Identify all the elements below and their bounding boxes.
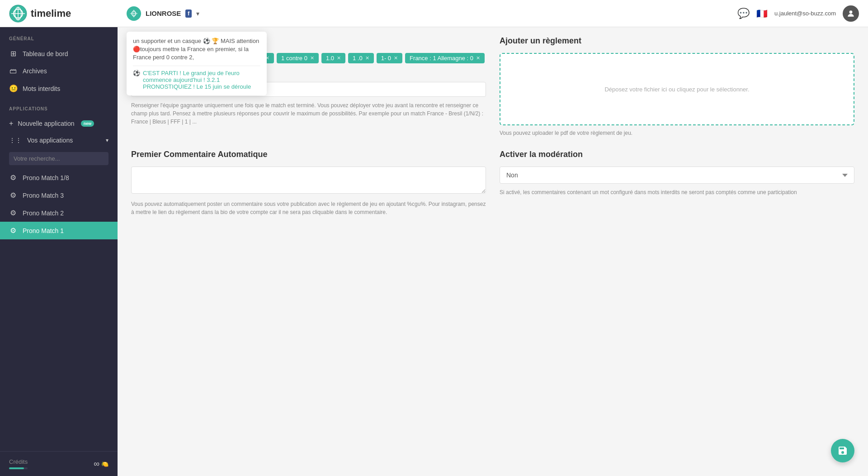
layout: GÉNÉRAL ⊞ Tableau de bord 🗃 Archives 😐 M…	[0, 27, 868, 476]
sidebar-item-label: Tableau de bord	[23, 50, 68, 57]
archives-icon: 🗃	[9, 67, 17, 75]
sidebar-item-prono-match-1[interactable]: ⚙ Prono Match 1	[0, 222, 118, 239]
header-center: LIONROSE f ▾	[127, 6, 737, 21]
page-name: LIONROSE	[146, 10, 181, 17]
moderation-select[interactable]: Non Oui	[500, 167, 854, 184]
credits-icon: 🍋	[101, 461, 108, 467]
sidebar-item-mots-interdits[interactable]: 😐 Mots interdits	[0, 80, 118, 97]
sidebar-bottom: Crédits ∞ 🍋	[0, 451, 118, 476]
tag-label: France : 1 Allemagne : 0	[410, 55, 473, 62]
commentaire-textarea[interactable]	[131, 167, 486, 194]
fab-save-button[interactable]	[831, 439, 854, 462]
sidebar-item-prono-match-3[interactable]: ⚙ Prono Match 3	[0, 186, 118, 204]
tag-1-dot-0[interactable]: 1.0 ✕	[321, 53, 345, 63]
moderation-col: Activer la modération Non Oui Si activé,…	[500, 150, 854, 216]
upload-hint: Vous pouvez uploader le pdf de votre règ…	[500, 130, 854, 136]
tag-1-space-dot-0[interactable]: 1 .0 ✕	[348, 53, 374, 63]
tag-remove[interactable]: ✕	[394, 55, 398, 61]
vos-apps-label: Vos applications	[27, 137, 73, 144]
page-logo-icon	[127, 6, 141, 21]
commentaire-col: Premier Commentaire Automatique Vous pou…	[131, 150, 486, 216]
credits-bar-fill	[9, 467, 24, 469]
form-row-2: Premier Commentaire Automatique Vous pou…	[131, 150, 854, 216]
commentaire-title: Premier Commentaire Automatique	[131, 150, 486, 159]
popup-link-text: C'EST PARTI ! Le grand jeu de l'euro com…	[143, 70, 260, 90]
sidebar-item-label: Mots interdits	[23, 85, 60, 92]
dashboard-icon: ⊞	[9, 49, 17, 58]
popup-card: un supporter et un casque ⚽ 🏆 MAIS atten…	[127, 32, 267, 95]
facebook-icon[interactable]: f	[185, 10, 192, 18]
credits-bar	[9, 467, 28, 469]
logo-text: timelime	[31, 8, 71, 19]
tag-label: 1 .0	[353, 55, 363, 62]
grid-icon: ⋮⋮	[9, 137, 22, 144]
tag-label: 1.0	[326, 55, 334, 62]
credits-label: Crédits	[9, 458, 28, 465]
app-icon: ⚙	[9, 191, 17, 200]
sidebar-item-prono-match-2[interactable]: ⚙ Prono Match 2	[0, 204, 118, 222]
app-icon: ⚙	[9, 226, 17, 235]
language-flag[interactable]: 🇫🇷	[756, 8, 768, 19]
credits-value: ∞	[94, 459, 99, 469]
commentaire-description: Vous pouvez automatiquement poster un co…	[131, 200, 486, 216]
top-header: timelime LIONROSE f ▾ 💬 🇫🇷 u.jaulent@so-…	[0, 0, 868, 27]
sidebar-item-prono-match-1-8[interactable]: ⚙ Prono Match 1/8	[0, 169, 118, 186]
reglement-col: Ajouter un règlement Déposez votre fichi…	[500, 36, 854, 136]
reglement-title: Ajouter un règlement	[500, 36, 854, 46]
user-avatar[interactable]	[843, 5, 859, 22]
new-badge: new	[81, 120, 94, 127]
tag-remove[interactable]: ✕	[337, 55, 341, 61]
tag-france-1-allemagne-0[interactable]: France : 1 Allemagne : 0 ✕	[405, 53, 485, 63]
sidebar-item-label: Prono Match 2	[23, 209, 64, 217]
app-icon: ⚙	[9, 209, 17, 217]
applications-section-label: APPLICATIONS	[0, 97, 118, 115]
search-input[interactable]	[9, 152, 108, 165]
tag-1-minus-space-0[interactable]: 1- 0 ✕	[377, 53, 402, 63]
search-container	[0, 148, 118, 169]
chat-icon[interactable]: 💬	[737, 8, 750, 19]
app-icon: ⚙	[9, 173, 17, 182]
equipe-description: Renseigner l'équipe gagnante uniquement …	[131, 101, 486, 126]
sidebar-item-label: Prono Match 1/8	[23, 174, 69, 181]
vos-applications-toggle[interactable]: ⋮⋮ Vos applications ▾	[0, 132, 118, 148]
popup-text-1: un supporter et un casque ⚽ 🏆 MAIS atten…	[133, 37, 260, 62]
tag-remove[interactable]: ✕	[310, 55, 314, 61]
logo-icon	[9, 5, 27, 23]
tag-1-contre-0[interactable]: 1 contre 0 ✕	[277, 53, 319, 63]
page-dropdown-button[interactable]: ▾	[196, 10, 199, 17]
sidebar-item-label: Prono Match 3	[23, 192, 64, 199]
tag-remove[interactable]: ✕	[365, 55, 369, 61]
sidebar-item-tableau-de-bord[interactable]: ⊞ Tableau de bord	[0, 45, 118, 62]
sidebar: GÉNÉRAL ⊞ Tableau de bord 🗃 Archives 😐 M…	[0, 27, 118, 476]
user-email: u.jaulent@so-buzz.com	[774, 10, 836, 17]
upload-text: Déposez votre fichier ici ou cliquez pou…	[604, 86, 749, 93]
svg-point-10	[849, 10, 853, 14]
file-upload-box[interactable]: Déposez votre fichier ici ou cliquez pou…	[500, 53, 854, 125]
sidebar-item-archives[interactable]: 🗃 Archives	[0, 62, 118, 80]
tag-label: 1- 0	[381, 55, 391, 62]
general-section-label: GÉNÉRAL	[0, 27, 118, 45]
chevron-down-icon: ▾	[106, 137, 108, 143]
sidebar-item-label: Archives	[23, 67, 47, 75]
sidebar-item-label: Prono Match 1	[23, 227, 64, 234]
nouvelle-app-label: Nouvelle application	[18, 120, 74, 127]
mots-interdits-icon: 😐	[9, 84, 17, 93]
popup-link[interactable]: ⚽ C'EST PARTI ! Le grand jeu de l'euro c…	[133, 70, 260, 90]
tag-label: 1 contre 0	[281, 55, 307, 62]
nouvelle-application-item[interactable]: + Nouvelle application new	[0, 115, 118, 132]
moderation-description: Si activé, les commentaires contenant un…	[500, 188, 854, 196]
main-content: un supporter et un casque ⚽ 🏆 MAIS atten…	[118, 27, 868, 476]
soccer-icon: ⚽	[133, 70, 140, 76]
add-icon: +	[9, 119, 13, 128]
header-right: 💬 🇫🇷 u.jaulent@so-buzz.com	[737, 5, 859, 22]
tag-remove[interactable]: ✕	[476, 55, 480, 61]
logo-area: timelime	[9, 5, 127, 23]
moderation-title: Activer la modération	[500, 150, 854, 159]
